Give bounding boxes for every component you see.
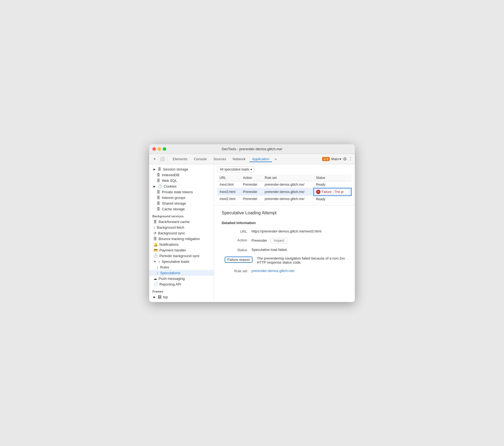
db-icon: 🗄 <box>157 179 160 183</box>
sidebar-item-top-frame[interactable]: ▶ 🖼 top <box>149 294 214 300</box>
db-icon: 🗄 <box>153 220 157 224</box>
tab-application[interactable]: Application <box>249 156 272 162</box>
main-panel: All speculative loads ▾ URL Action Rule … <box>214 164 355 302</box>
db-icon: 🗄 <box>157 207 160 211</box>
sidebar-item-reporting-api[interactable]: 📄 Reporting API <box>149 281 214 287</box>
cell-url: /next.html <box>217 181 241 188</box>
main-dropdown[interactable]: Main ▾ <box>331 157 341 161</box>
speculative-loads-table: URL Action Rule set Status /next.html Pr… <box>217 175 352 203</box>
sidebar-item-bounce-tracking[interactable]: 🗄 Bounce tracking mitigation <box>149 236 214 242</box>
sync-icon: ↕ <box>153 225 155 229</box>
detail-action-row: Action Prerender Inspect <box>222 238 347 243</box>
minimize-button[interactable] <box>158 147 161 151</box>
frame-icon: 🖼 <box>158 295 161 299</box>
error-icon: ✕ <box>316 190 320 194</box>
sidebar-item-payment-handler[interactable]: 💳 Payment handler <box>149 247 214 253</box>
sidebar-item-rules[interactable]: ↑ Rules <box>149 264 214 270</box>
action-key: Action <box>222 238 251 242</box>
warning-badge[interactable]: ⚠ 2 <box>322 157 330 161</box>
main-label: Main <box>331 157 339 161</box>
chevron-down-icon: ▾ <box>339 157 341 161</box>
sidebar-label-shared-storage: Shared storage <box>162 201 186 205</box>
clock-icon: 🕐 <box>153 254 158 258</box>
cell-action: Prerender <box>241 188 262 196</box>
speculative-loads-table-area: All speculative loads ▾ URL Action Rule … <box>214 164 355 205</box>
sidebar-label-speculations: Speculations <box>160 271 180 275</box>
tab-network[interactable]: Network <box>230 156 248 162</box>
col-ruleset: Rule set <box>263 175 314 181</box>
detail-status-row: Status Speculative load failed. <box>222 248 347 252</box>
cell-status: Ready <box>314 181 351 188</box>
content-area: ▶ 🗄 Session storage 🗄 IndexedDB 🗄 Web SQ… <box>149 164 355 302</box>
status-value: Speculative load failed. <box>251 248 347 252</box>
sidebar-label-cache-storage: Cache storage <box>162 207 185 211</box>
sidebar-label-private-state-tokens: Private state tokens <box>162 190 193 194</box>
filter-dropdown[interactable]: All speculative loads ▾ <box>217 166 254 172</box>
frames-label: Frames <box>149 287 214 294</box>
maximize-button[interactable] <box>163 147 166 151</box>
sidebar-item-web-sql[interactable]: 🗄 Web SQL <box>149 178 214 183</box>
sidebar-item-shared-storage[interactable]: 🗄 Shared storage <box>149 201 214 206</box>
sidebar-item-private-state-tokens[interactable]: 🗄 Private state tokens <box>149 189 214 195</box>
failure-reason-key: Failure reason <box>225 257 253 263</box>
ruleset-key: Rule set <box>222 269 251 273</box>
tab-elements[interactable]: Elements <box>170 156 190 162</box>
cell-ruleset: prerender-demos.glitch.me/ <box>263 196 314 203</box>
tab-sources[interactable]: Sources <box>211 156 229 162</box>
action-text: Prerender <box>251 238 267 242</box>
sidebar-item-notifications[interactable]: 🔔 Notifications <box>149 242 214 247</box>
sidebar-item-speculations[interactable]: ↕ Speculations <box>149 270 214 276</box>
table-row[interactable]: /next3.html Prerender prerender-demos.gl… <box>217 188 351 196</box>
sidebar-label-indexed-db: IndexedDB <box>162 173 179 177</box>
inspect-element-icon[interactable]: ⌖ <box>151 156 158 162</box>
sidebar-item-cookies[interactable]: ▶ 🕐 Cookies <box>149 183 214 189</box>
arrow-icon: ▶ <box>153 185 156 188</box>
inspect-button[interactable]: Inspect <box>271 238 287 243</box>
sidebar-item-indexed-db[interactable]: 🗄 IndexedDB <box>149 172 214 178</box>
sidebar-label-cookies: Cookies <box>164 184 176 188</box>
cell-ruleset: prerender-demos.glitch.me/ <box>263 188 314 196</box>
payment-icon: 💳 <box>153 248 158 252</box>
sidebar-item-session-storage[interactable]: ▶ 🗄 Session storage <box>149 166 214 172</box>
sidebar-label-speculative-loads: Speculative loads <box>162 260 189 264</box>
more-options-icon[interactable]: ⋮ <box>348 156 353 162</box>
traffic-lights <box>152 147 166 151</box>
sidebar-item-push-messaging[interactable]: ☁ Push messaging <box>149 276 214 281</box>
title-bar: DevTools - prerender-demos.glitch.me/ <box>149 144 355 154</box>
sidebar: ▶ 🗄 Session storage 🗄 IndexedDB 🗄 Web SQ… <box>149 164 214 302</box>
speculations-icon: ↕ <box>157 271 159 275</box>
db-icon: 🗄 <box>158 167 161 171</box>
sidebar-label-web-sql: Web SQL <box>162 179 177 183</box>
sidebar-label-background-sync: Background sync <box>158 231 185 235</box>
sidebar-item-back-forward-cache[interactable]: 🗄 Back/forward cache <box>149 219 214 225</box>
cell-action: Prerender <box>241 181 262 188</box>
table-row[interactable]: /next.html Prerender prerender-demos.gli… <box>217 181 351 188</box>
ruleset-link[interactable]: prerender-demos.glitch.me/ <box>251 269 294 273</box>
sidebar-item-background-sync[interactable]: ↺ Background sync <box>149 230 214 236</box>
failure-status: ✕ Failure - The pr <box>316 190 349 194</box>
sidebar-label-push-messaging: Push messaging <box>159 277 185 281</box>
settings-icon[interactable]: ⚙ <box>343 156 347 162</box>
file-icon: 📄 <box>153 282 158 286</box>
col-status: Status <box>314 175 351 181</box>
close-button[interactable] <box>152 147 156 151</box>
tab-console[interactable]: Console <box>191 156 210 162</box>
sidebar-item-background-fetch[interactable]: ↕ Background fetch <box>149 225 214 230</box>
more-tabs-button[interactable]: » <box>273 156 278 162</box>
background-services-label: Background services <box>149 212 214 219</box>
sidebar-item-periodic-bg-sync[interactable]: 🕐 Periodic background sync <box>149 253 214 259</box>
detail-section-label: Detailed information <box>222 221 347 225</box>
device-toolbar-icon[interactable]: ⬜ <box>159 156 165 162</box>
detail-url-row: URL https://prerender-demos.glitch.me/ne… <box>222 229 347 234</box>
sidebar-label-interest-groups: Interest groups <box>162 196 185 200</box>
sidebar-item-interest-groups[interactable]: 🗄 Interest groups <box>149 195 214 201</box>
speculative-icon: ↕ <box>158 260 160 264</box>
status-key: Status <box>222 248 251 252</box>
detail-failure-reason-row: Failure reason The prerendering navigati… <box>222 256 347 264</box>
table-header-row: URL Action Rule set Status <box>217 175 351 181</box>
cell-ruleset: prerender-demos.glitch.me/ <box>263 181 314 188</box>
sidebar-item-cache-storage[interactable]: 🗄 Cache storage <box>149 206 214 212</box>
sidebar-item-speculative-loads[interactable]: ▼ ↕ Speculative loads <box>149 259 214 264</box>
table-row[interactable]: /next2.html Prerender prerender-demos.gl… <box>217 196 351 203</box>
detail-title: Speculative Loading Attempt <box>222 211 347 215</box>
